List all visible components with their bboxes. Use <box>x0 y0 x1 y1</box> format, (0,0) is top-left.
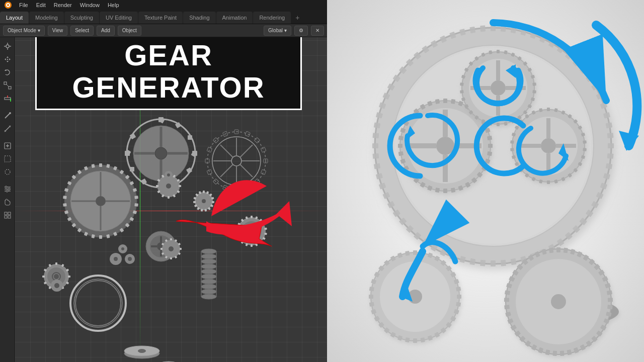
svg-rect-431 <box>510 148 514 151</box>
svg-rect-103 <box>134 196 138 199</box>
tab-rendering[interactable]: Rendering <box>253 12 291 24</box>
viewport-options[interactable]: ⚙ <box>294 26 308 36</box>
svg-point-33 <box>5 186 7 188</box>
scale-tool-icon[interactable] <box>2 79 14 92</box>
svg-rect-118 <box>63 203 67 207</box>
svg-point-127 <box>166 184 171 189</box>
blender-logo-icon <box>4 1 12 9</box>
measure-tool-icon[interactable] <box>2 123 14 135</box>
tab-texture-paint[interactable]: Texture Paint <box>138 12 183 24</box>
annotate-tool-icon[interactable] <box>2 110 14 122</box>
options-icon[interactable] <box>2 183 14 195</box>
svg-rect-338 <box>488 144 493 148</box>
menu-window[interactable]: Window <box>76 0 104 10</box>
menu-render[interactable]: Render <box>50 0 76 10</box>
svg-rect-306 <box>374 122 381 128</box>
svg-line-69 <box>220 145 233 157</box>
svg-rect-494 <box>608 298 613 302</box>
global-selector[interactable]: Global ▾ <box>264 26 291 36</box>
svg-rect-304 <box>372 143 378 148</box>
svg-rect-86 <box>207 147 212 152</box>
svg-point-3 <box>6 45 9 48</box>
svg-rect-269 <box>607 153 614 159</box>
tab-animation[interactable]: Animation <box>216 12 253 24</box>
svg-rect-96 <box>99 163 102 167</box>
grab-icon[interactable] <box>2 196 14 208</box>
svg-point-227 <box>169 246 174 251</box>
svg-rect-119 <box>63 196 67 199</box>
svg-line-71 <box>220 164 233 177</box>
tab-shading[interactable]: Shading <box>183 12 215 24</box>
mode-selector[interactable]: Object Mode ▾ <box>3 26 45 36</box>
svg-point-157 <box>70 276 126 331</box>
svg-rect-287 <box>480 260 486 266</box>
viewport-close[interactable]: ✕ <box>311 26 324 36</box>
svg-point-169 <box>201 294 216 299</box>
svg-point-243 <box>128 257 132 261</box>
svg-rect-387 <box>497 123 500 126</box>
global-chevron-icon: ▾ <box>284 28 287 33</box>
svg-rect-305 <box>372 133 379 138</box>
svg-point-482 <box>551 294 566 309</box>
grid-icon[interactable] <box>2 209 14 221</box>
menu-file[interactable]: File <box>15 0 32 10</box>
svg-point-225 <box>167 173 170 176</box>
add-object-icon[interactable] <box>2 140 14 152</box>
svg-point-2 <box>7 4 9 6</box>
select-circle-icon[interactable] <box>2 166 14 178</box>
arrow <box>201 176 327 253</box>
svg-rect-185 <box>42 276 45 278</box>
svg-rect-38 <box>5 216 7 218</box>
move-tool-icon[interactable] <box>2 53 14 65</box>
svg-rect-462 <box>405 337 410 342</box>
menu-edit[interactable]: Edit <box>32 0 50 10</box>
svg-rect-478 <box>405 251 410 256</box>
svg-line-20 <box>5 113 10 118</box>
svg-rect-516 <box>504 305 510 309</box>
view-menu[interactable]: View <box>48 26 68 36</box>
svg-rect-452 <box>457 295 461 299</box>
svg-rect-79 <box>261 147 266 152</box>
svg-line-70 <box>240 145 253 157</box>
svg-rect-176 <box>55 262 57 265</box>
svg-point-168 <box>201 289 216 294</box>
svg-rect-14 <box>4 82 7 84</box>
cursor-tool-icon[interactable] <box>2 40 14 52</box>
svg-point-29 <box>5 169 10 174</box>
svg-rect-303 <box>372 153 379 159</box>
transform-tool-icon[interactable] <box>2 93 14 105</box>
svg-rect-483 <box>556 247 560 252</box>
svg-rect-267 <box>607 133 614 138</box>
svg-rect-416 <box>583 140 587 144</box>
svg-rect-506 <box>552 350 557 356</box>
menu-help[interactable]: Help <box>104 0 123 10</box>
svg-point-367 <box>491 80 506 96</box>
svg-rect-348 <box>435 188 440 193</box>
object-menu[interactable]: Object <box>118 26 141 36</box>
tab-modeling[interactable]: Modeling <box>29 12 64 24</box>
svg-point-159 <box>74 279 122 327</box>
svg-marker-11 <box>9 58 11 60</box>
add-workspace-tab[interactable]: + <box>291 12 303 24</box>
blender-menu-bar: File Edit Render Window Help <box>0 0 327 10</box>
svg-rect-270 <box>606 163 613 169</box>
select-menu[interactable]: Select <box>70 26 94 36</box>
svg-rect-234 <box>170 257 172 259</box>
add-menu[interactable]: Add <box>97 26 115 36</box>
svg-point-162 <box>201 259 216 264</box>
svg-rect-517 <box>504 298 509 302</box>
svg-marker-10 <box>5 58 6 60</box>
select-box-icon[interactable] <box>2 153 14 165</box>
svg-point-195 <box>54 283 59 288</box>
viewport-3d[interactable]: GEAR GENERATOR <box>15 25 327 362</box>
rotate-tool-icon[interactable] <box>2 66 14 78</box>
svg-rect-339 <box>487 151 492 156</box>
tab-uv-editing[interactable]: UV Editing <box>100 12 138 24</box>
right-panel <box>327 0 644 362</box>
svg-rect-288 <box>469 258 475 265</box>
svg-rect-460 <box>420 337 425 342</box>
svg-point-241 <box>114 257 118 261</box>
svg-rect-493 <box>607 290 612 295</box>
tab-layout[interactable]: Layout <box>0 12 29 24</box>
tab-sculpting[interactable]: Sculpting <box>64 12 99 24</box>
